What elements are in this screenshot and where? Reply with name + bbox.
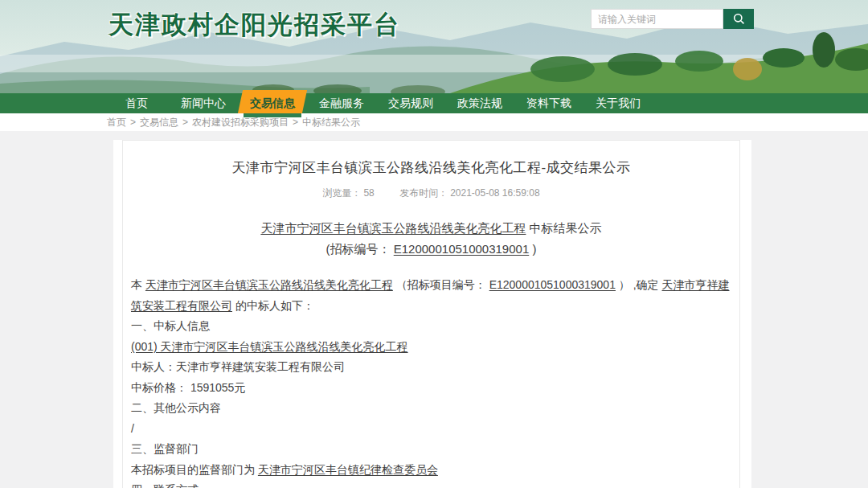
nav-label: 新闻中心	[181, 96, 226, 109]
search-box	[591, 9, 754, 29]
body-supervisor-line: 本招标项目的监督部门为 天津市宁河区丰台镇纪律检查委员会	[131, 460, 731, 481]
body-winner-line: 中标人：天津市亨祥建筑安装工程有限公司	[131, 357, 731, 378]
active-tab-underline	[244, 113, 301, 117]
body-section-2-content: /	[131, 419, 731, 440]
breadcrumb-separator: >	[130, 117, 136, 128]
breadcrumb-result-notice[interactable]: 中标结果公示	[302, 116, 360, 129]
page: 天津政村企阳光招采平台 首页 新闻中心 交易信息 金融服务	[0, 0, 868, 488]
notice-subtitle: 天津市宁河区丰台镇滨玉公路线沿线美化亮化工程 中标结果公示	[131, 221, 731, 236]
tender-number-line: (招标编号： E1200001051000319001 )	[131, 242, 731, 257]
publish-time-group: 发布时间：2021-05-08 16:59:08	[399, 187, 539, 200]
content-panel: 天津市宁河区丰台镇滨玉公路线沿线美化亮化工程-成交结果公示 浏览量：58 发布时…	[113, 140, 751, 488]
views-count: 58	[363, 187, 374, 199]
nav-label: 交易信息	[250, 96, 295, 109]
search-input[interactable]	[591, 9, 723, 29]
article-body: 本 天津市宁河区丰台镇滨玉公路线沿线美化亮化工程 （招标项目编号： E12000…	[131, 275, 731, 488]
breadcrumb-trade-info[interactable]: 交易信息	[140, 116, 178, 129]
article-title: 天津市宁河区丰台镇滨玉公路线沿线美化亮化工程-成交结果公示	[131, 158, 731, 177]
views-label: 浏览量：	[322, 187, 361, 199]
nav-item-downloads[interactable]: 资料下载	[514, 93, 583, 113]
main-navigation: 首页 新闻中心 交易信息 金融服务 交易规则 政策法规 资料下载 关于我们	[0, 93, 868, 113]
article-box: 天津市宁河区丰台镇滨玉公路线沿线美化亮化工程-成交结果公示 浏览量：58 发布时…	[122, 140, 740, 488]
nav-item-trade-rules[interactable]: 交易规则	[376, 93, 445, 113]
breadcrumb-home[interactable]: 首页	[107, 116, 126, 129]
nav-item-finance[interactable]: 金融服务	[307, 93, 376, 113]
views-group: 浏览量：58	[322, 187, 374, 200]
breadcrumb-separator: >	[182, 117, 188, 128]
nav-label: 关于我们	[596, 96, 641, 109]
body-section-3-heading: 三、监督部门	[131, 439, 731, 460]
site-title: 天津政村企阳光招采平台	[108, 8, 400, 42]
nav-item-news[interactable]: 新闻中心	[169, 93, 238, 113]
nav-label: 金融服务	[319, 96, 364, 109]
body-price-line: 中标价格： 1591055元	[131, 378, 731, 399]
nav-item-home[interactable]: 首页	[104, 93, 169, 113]
body-lot-001-link: (001) 天津市宁河区丰台镇滨玉公路线沿线美化亮化工程	[131, 337, 731, 358]
body-section-4-heading: 四、联系方式	[131, 480, 731, 488]
nav-list: 首页 新闻中心 交易信息 金融服务 交易规则 政策法规 资料下载 关于我们	[0, 93, 868, 113]
nav-label: 资料下载	[526, 96, 571, 109]
publish-time-label: 发布时间：	[399, 187, 448, 199]
body-section-1-heading: 一、中标人信息	[131, 316, 731, 337]
breadcrumb-rural-projects[interactable]: 农村建设招标采购项目	[192, 116, 289, 129]
nav-item-trade-info-active[interactable]: 交易信息	[238, 93, 307, 113]
body-section-2-heading: 二、其他公示内容	[131, 398, 731, 419]
nav-label: 政策法规	[457, 96, 502, 109]
breadcrumb: 首页 > 交易信息 > 农村建设招标采购项目 > 中标结果公示	[0, 113, 868, 131]
nav-label: 交易规则	[388, 96, 433, 109]
publish-time-value: 2021-05-08 16:59:08	[450, 187, 539, 199]
body-paragraph-intro: 本 天津市宁河区丰台镇滨玉公路线沿线美化亮化工程 （招标项目编号： E12000…	[131, 275, 731, 316]
header-banner: 天津政村企阳光招采平台	[0, 0, 868, 93]
nav-item-about[interactable]: 关于我们	[583, 93, 653, 113]
content-background: 天津市宁河区丰台镇滨玉公路线沿线美化亮化工程-成交结果公示 浏览量：58 发布时…	[0, 131, 868, 488]
magnifier-icon	[733, 13, 745, 25]
article-meta: 浏览量：58 发布时间：2021-05-08 16:59:08	[131, 187, 731, 200]
nav-label: 首页	[125, 96, 148, 109]
search-button[interactable]	[723, 9, 754, 29]
breadcrumb-separator: >	[293, 117, 298, 128]
nav-item-policies[interactable]: 政策法规	[445, 93, 514, 113]
